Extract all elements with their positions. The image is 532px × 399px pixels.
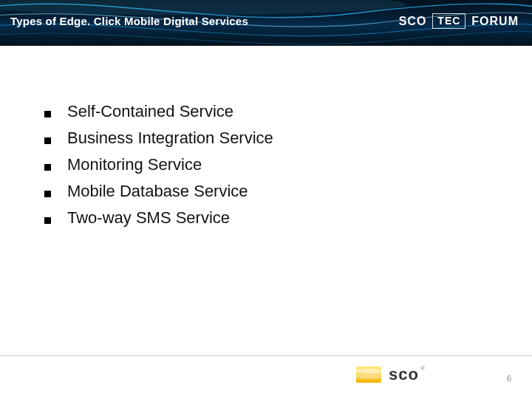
list-item: Two-way SMS Service xyxy=(44,206,502,230)
brand-forum: FORUM xyxy=(471,15,519,28)
page-number: 6 xyxy=(507,374,511,383)
registered-mark: ® xyxy=(420,365,425,372)
square-bullet-icon xyxy=(44,191,51,197)
footer-logo-text: sco xyxy=(389,365,419,384)
brand-block: SCO TEC FORUM xyxy=(399,13,519,29)
brand-sco: SCO xyxy=(399,15,427,28)
header-band: Types of Edge. Click Mobile Digital Serv… xyxy=(0,0,532,46)
square-bullet-icon xyxy=(44,164,51,171)
bullet-list: Self-Contained Service Business Integrat… xyxy=(44,100,502,229)
slide: Types of Edge. Click Mobile Digital Serv… xyxy=(0,0,532,399)
brand-tec: TEC xyxy=(432,13,466,29)
list-item: Mobile Database Service xyxy=(44,180,502,203)
footer-logo: sco ® xyxy=(356,364,443,386)
list-item: Business Integration Service xyxy=(44,126,502,150)
bullet-text: Two-way SMS Service xyxy=(67,206,230,230)
footer-divider xyxy=(0,355,532,356)
list-item: Self-Contained Service xyxy=(44,100,502,123)
content-area: Self-Contained Service Business Integrat… xyxy=(44,100,502,232)
square-bullet-icon xyxy=(44,111,51,117)
sco-mark-icon xyxy=(356,366,381,383)
bullet-text: Business Integration Service xyxy=(67,126,273,150)
slide-title: Types of Edge. Click Mobile Digital Serv… xyxy=(10,15,248,27)
square-bullet-icon xyxy=(44,217,51,224)
svg-point-0 xyxy=(0,0,406,15)
bullet-text: Self-Contained Service xyxy=(67,100,233,123)
square-bullet-icon xyxy=(44,137,51,144)
bullet-text: Mobile Database Service xyxy=(67,180,248,203)
bullet-text: Monitoring Service xyxy=(67,153,202,177)
list-item: Monitoring Service xyxy=(44,153,502,177)
